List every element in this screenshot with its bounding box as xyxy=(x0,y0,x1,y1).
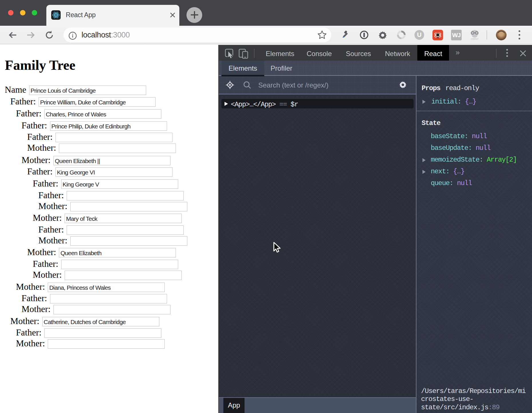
svg-text:ember: ember xyxy=(471,37,479,40)
